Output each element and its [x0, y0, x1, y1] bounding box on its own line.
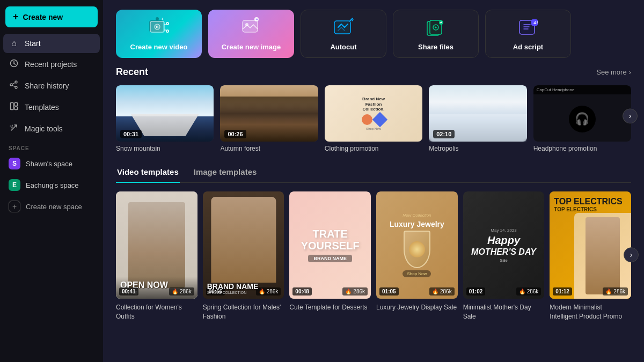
recent-next-button[interactable]: › — [623, 108, 638, 123]
svg-text:+: + — [256, 17, 259, 22]
template-5-meta: 01:02 🔥 286k — [463, 287, 545, 295]
sidebar-item-magic[interactable]: Magic tools — [3, 119, 100, 139]
svg-point-18 — [156, 17, 159, 20]
recent-section-header: Recent See more › — [116, 67, 631, 78]
template-4-duration: 01:05 — [379, 287, 399, 295]
template-next-button[interactable]: › — [624, 247, 639, 262]
recent-item-clothing[interactable]: Brand NewFashionCollection. Shop Now Clo… — [325, 85, 422, 152]
template-1-label: Collection for Women's Outfits — [116, 303, 197, 321]
svg-point-12 — [167, 23, 168, 24]
autocut-icon — [333, 17, 354, 38]
svg-rect-7 — [14, 103, 18, 106]
template-4-meta: 01:05 🔥 286k — [376, 287, 458, 295]
create-space-button[interactable]: + Create new space — [3, 196, 100, 217]
sidebar-label-magic: Magic tools — [25, 124, 63, 133]
sidebar-item-templates[interactable]: Templates — [3, 97, 100, 117]
template-item-6[interactable]: TOP ELECTRICS TOP ELECTRICS 01:12 🔥 286k — [550, 191, 631, 321]
template-item-5[interactable]: May 14, 2023 Happy MOTHER'S DAY Sale 01:… — [463, 191, 545, 321]
sidebar-item-recent[interactable]: Recent projects — [3, 54, 100, 75]
recent-item-autumn[interactable]: 00:26 Autumn forest — [220, 85, 318, 152]
template-item-1[interactable]: OPEN NOW In Spring 00:41 🔥 286k Collecti… — [116, 191, 197, 321]
sidebar-item-share[interactable]: Share history — [3, 76, 100, 96]
sidebar: + Create new ⌂ Start Recent projects — [0, 0, 103, 362]
spaces-list: S Shawn's space E Eachung's space + Crea… — [0, 153, 103, 217]
template-item-4[interactable]: New Collection Luxury Jewelry Shop Now 0… — [376, 191, 458, 321]
share-files-icon — [425, 17, 447, 38]
tab-video-templates[interactable]: Video templates — [116, 167, 180, 183]
metropolis-label: Metropolis — [429, 145, 526, 152]
template-6-label: Modern Minimalist Intelligent Product Pr… — [550, 303, 631, 321]
tab-image-label: Image templates — [194, 167, 257, 176]
eachung-space-label: Eachung's space — [26, 181, 79, 189]
image-card-icon: + — [240, 17, 262, 38]
sidebar-item-start[interactable]: ⌂ Start — [3, 34, 100, 53]
template-3-label: Cute Template for Desserts — [289, 303, 371, 312]
template-5-duration: 01:02 — [466, 287, 486, 295]
recent-item-headphone[interactable]: CapCut Headphone 🎧 Headphone promotion — [533, 85, 631, 152]
template-6-likes-count: 286k — [613, 289, 625, 294]
snow-thumb: 00:31 — [116, 85, 214, 142]
svg-line-5 — [12, 85, 16, 87]
templates-tabs: Video templates Image templates — [116, 167, 631, 183]
ad-script-label: Ad script — [513, 43, 543, 51]
create-new-button[interactable]: + Create new — [5, 6, 98, 27]
svg-point-3 — [10, 84, 12, 86]
autocut-card[interactable]: Autocut — [301, 10, 386, 58]
heart-icon-1: 🔥 — [172, 289, 178, 294]
svg-line-4 — [12, 83, 16, 84]
space-section-label: SPACE — [0, 139, 103, 153]
see-more-label: See more — [596, 68, 626, 76]
template-1-likes-count: 286k — [180, 289, 192, 294]
clothing-thumb: Brand NewFashionCollection. Shop Now — [325, 85, 422, 142]
template-4-likes-count: 286k — [440, 289, 452, 294]
headphone-label: Headphone promotion — [533, 145, 631, 152]
create-image-label: Create new image — [222, 43, 281, 51]
template-6-likes: 🔥 286k — [603, 287, 628, 295]
template-5-likes: 🔥 286k — [516, 287, 541, 295]
template-6-meta: 01:12 🔥 286k — [550, 287, 631, 295]
sidebar-item-eachung-space[interactable]: E Eachung's space — [3, 175, 100, 195]
headphone-thumb: CapCut Headphone 🎧 — [533, 85, 631, 142]
chevron-right-icon: › — [629, 68, 631, 76]
sidebar-label-share: Share history — [25, 82, 69, 90]
snow-duration: 00:31 — [120, 130, 142, 138]
shawn-avatar: S — [9, 158, 20, 169]
template-thumb-6: TOP ELECTRICS TOP ELECTRICS 01:12 🔥 286k — [550, 191, 631, 299]
autumn-label: Autumn forest — [220, 145, 318, 152]
tab-video-label: Video templates — [117, 167, 179, 176]
recent-see-more[interactable]: See more › — [596, 68, 631, 76]
template-1-duration: 00:41 — [119, 287, 138, 295]
template-item-3[interactable]: TRATEYOURSELF BRAND NAME 00:48 🔥 286k Cu… — [289, 191, 371, 321]
svg-point-1 — [15, 81, 17, 83]
recent-item-snow[interactable]: 00:31 Snow mountain — [116, 85, 214, 152]
create-video-card[interactable]: + Create new video — [116, 10, 202, 58]
svg-text:+: + — [161, 17, 164, 21]
template-thumb-3: TRATEYOURSELF BRAND NAME 00:48 🔥 286k — [289, 191, 371, 299]
home-icon: ⌂ — [9, 39, 19, 48]
sidebar-item-shawn-space[interactable]: S Shawn's space — [3, 153, 100, 174]
recent-item-metropolis[interactable]: 02:10 Metropolis — [429, 85, 526, 152]
share-icon — [9, 80, 19, 91]
template-5-label: Minimalist Mother's Day Sale — [463, 303, 545, 321]
clothing-label: Clothing promotion — [325, 145, 422, 152]
template-grid-wrapper: OPEN NOW In Spring 00:41 🔥 286k Collecti… — [116, 191, 631, 321]
template-thumb-2: BRAND NAME SPRING COLLECTION 00:56 🔥 286… — [203, 191, 284, 299]
template-2-label: Spring Collection for Males' Fashion — [203, 303, 284, 321]
template-6-duration: 01:12 — [553, 287, 572, 295]
heart-icon-3: 🔥 — [345, 289, 352, 294]
autumn-thumb: 00:26 — [220, 85, 318, 142]
video-card-icon: + — [148, 17, 170, 38]
share-files-card[interactable]: Share files — [393, 10, 479, 58]
metropolis-thumb: 02:10 — [429, 85, 526, 142]
svg-rect-8 — [14, 107, 18, 110]
tab-image-templates[interactable]: Image templates — [193, 167, 258, 183]
svg-point-14 — [167, 30, 168, 31]
template-thumb-4: New Collection Luxury Jewelry Shop Now 0… — [376, 191, 458, 299]
heart-icon-4: 🔥 — [432, 289, 438, 294]
template-item-2[interactable]: BRAND NAME SPRING COLLECTION 00:56 🔥 286… — [203, 191, 284, 321]
sidebar-label-recent: Recent projects — [25, 60, 77, 69]
create-image-card[interactable]: + Create new image — [208, 10, 294, 58]
template-3-likes-count: 286k — [353, 289, 365, 294]
plus-icon: + — [13, 11, 19, 23]
ad-script-card[interactable]: AI Ad script — [485, 10, 571, 58]
